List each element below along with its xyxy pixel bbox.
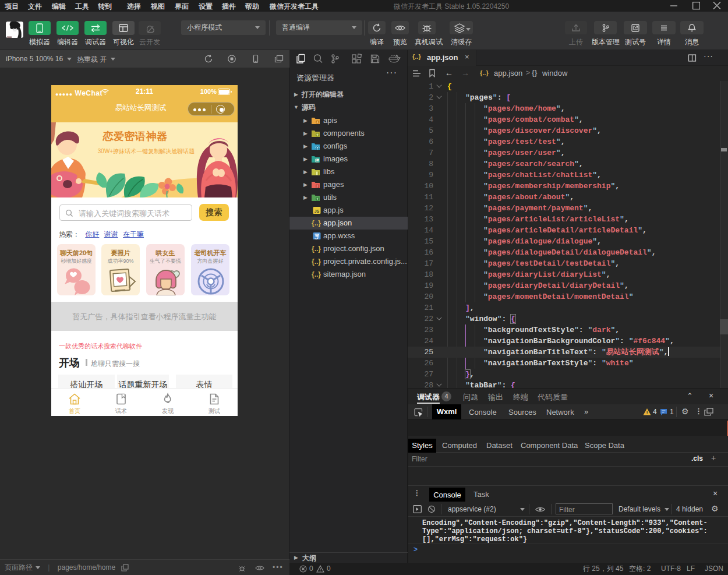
svg-text:!: ! [646,410,648,415]
svg-text:30W+撩妹话术一键复制解决尬聊话题: 30W+撩妹话术一键复制解决尬聊话题 [98,148,195,154]
svg-text:JS: JS [314,209,320,213]
svg-text:恋爱密语神器: 恋爱密语神器 [103,130,168,142]
